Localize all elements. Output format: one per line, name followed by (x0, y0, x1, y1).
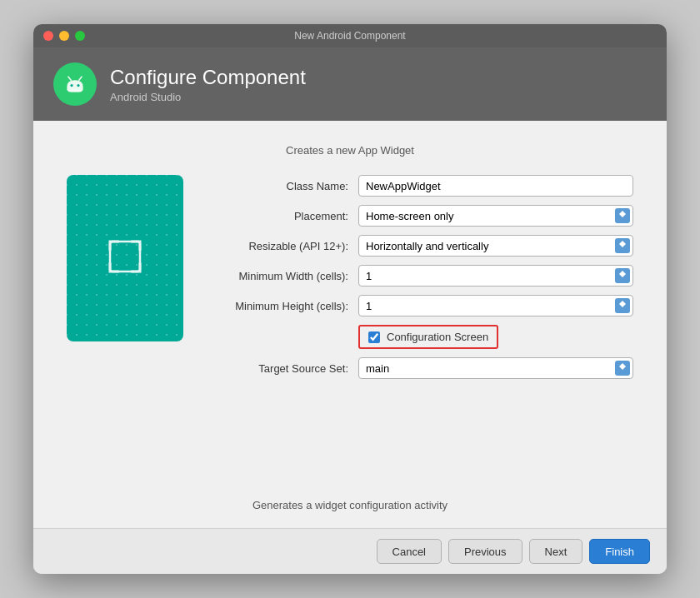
svg-rect-4 (68, 89, 82, 92)
next-button[interactable]: Next (529, 539, 583, 564)
svg-point-1 (77, 84, 79, 87)
finish-button[interactable]: Finish (589, 539, 650, 564)
previous-button[interactable]: Previous (448, 539, 522, 564)
window-controls (43, 31, 85, 41)
svg-line-2 (68, 77, 71, 80)
android-studio-icon (53, 62, 97, 106)
target-source-row: Target Source Set: main test androidTest (208, 357, 633, 379)
header-title: Configure Component (110, 66, 306, 89)
cancel-button[interactable]: Cancel (377, 539, 442, 564)
min-width-select-wrapper: 1 2 3 4 (358, 265, 633, 287)
footer: Cancel Previous Next Finish (33, 528, 667, 574)
bottom-text: Generates a widget configuration activit… (67, 482, 633, 511)
target-source-select[interactable]: main test androidTest (358, 357, 633, 379)
placement-select-wrapper: Home-screen only Keyguard only Home-scre… (358, 205, 633, 227)
min-width-row: Minimum Width (cells): 1 2 3 4 (208, 265, 633, 287)
class-name-label: Class Name: (208, 180, 358, 192)
header-text: Configure Component Android Studio (110, 66, 306, 103)
placement-select[interactable]: Home-screen only Keyguard only Home-scre… (358, 205, 633, 227)
header-subtitle: Android Studio (110, 91, 306, 103)
min-height-label: Minimum Height (cells): (208, 300, 358, 312)
maximize-button[interactable] (75, 31, 85, 41)
svg-point-0 (70, 84, 72, 87)
main-window: New Android Component Configure Componen… (33, 24, 667, 574)
target-source-select-wrapper: main test androidTest (358, 357, 633, 379)
min-width-select[interactable]: 1 2 3 4 (358, 265, 633, 287)
widget-icon (103, 235, 147, 282)
section-title: Creates a new App Widget (67, 144, 633, 157)
android-logo-svg (62, 71, 88, 97)
min-height-row: Minimum Height (cells): 1 2 3 4 (208, 295, 633, 316)
min-width-control: 1 2 3 4 (358, 265, 633, 287)
min-width-label: Minimum Width (cells): (208, 270, 358, 282)
content-area: Creates a new App Widget (33, 121, 667, 528)
resizable-select[interactable]: Horizontally and vertically Horizontally… (358, 235, 633, 257)
window-title: New Android Component (294, 30, 405, 42)
config-screen-container: Configuration Screen (358, 325, 498, 349)
main-body: Class Name: Placement: Home-screen only … (67, 175, 633, 482)
class-name-input[interactable] (358, 175, 633, 197)
form-area: Class Name: Placement: Home-screen only … (208, 175, 633, 482)
min-height-control: 1 2 3 4 (358, 295, 633, 316)
config-screen-row: Configuration Screen (358, 325, 633, 349)
min-height-select[interactable]: 1 2 3 4 (358, 295, 633, 316)
class-name-row: Class Name: (208, 175, 633, 197)
config-screen-checkbox[interactable] (368, 331, 380, 343)
placement-control: Home-screen only Keyguard only Home-scre… (358, 205, 633, 227)
target-source-control: main test androidTest (358, 357, 633, 379)
resizable-control: Horizontally and vertically Horizontally… (358, 235, 633, 257)
minimize-button[interactable] (59, 31, 69, 41)
header: Configure Component Android Studio (33, 47, 667, 121)
widget-preview-card (67, 175, 183, 341)
resizable-select-wrapper: Horizontally and vertically Horizontally… (358, 235, 633, 257)
svg-rect-5 (110, 242, 140, 272)
target-source-label: Target Source Set: (208, 362, 358, 375)
resizable-row: Resizable (API 12+): Horizontally and ve… (208, 235, 633, 257)
placement-row: Placement: Home-screen only Keyguard onl… (208, 205, 633, 227)
svg-line-3 (79, 77, 82, 80)
titlebar: New Android Component (33, 24, 667, 47)
resizable-label: Resizable (API 12+): (208, 240, 358, 252)
class-name-control (358, 175, 633, 197)
config-screen-label: Configuration Screen (387, 331, 488, 343)
min-height-select-wrapper: 1 2 3 4 (358, 295, 633, 316)
placement-label: Placement: (208, 210, 358, 222)
close-button[interactable] (43, 31, 53, 41)
